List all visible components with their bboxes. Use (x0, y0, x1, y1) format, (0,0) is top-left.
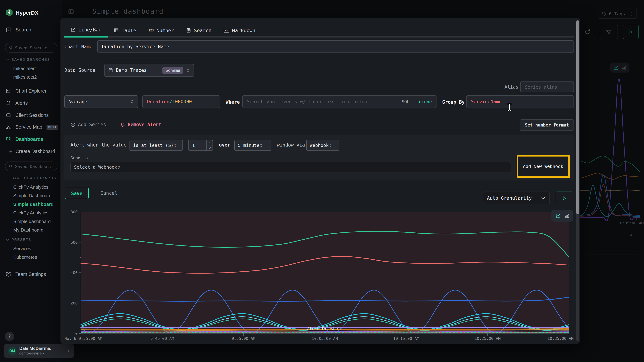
sidebar-item-alerts[interactable]: Alerts (0, 100, 62, 106)
saved-search-item[interactable]: mikes alert (13, 66, 36, 71)
chart-name-label: Chart Name (64, 44, 92, 49)
mode-separator: | (410, 99, 416, 104)
alert-condition-select[interactable]: is at least (≥) (130, 140, 183, 151)
tab-markdown[interactable]: M↓ Markdown (218, 23, 261, 37)
alert-window-select[interactable]: 5 minute (234, 140, 271, 151)
sidebar-item-label: Alerts (16, 100, 28, 106)
number-123-icon: 123 (148, 29, 154, 32)
svg-text:Alert Threshold: Alert Threshold (307, 327, 343, 331)
group-by-input[interactable]: ServiceName (466, 95, 574, 108)
brand[interactable]: HyperDX (6, 8, 38, 16)
logs-icon (6, 27, 11, 32)
divider (64, 60, 574, 60)
sidebar-item-search[interactable]: Search (0, 27, 62, 32)
tab-number[interactable]: 123 Number (142, 23, 180, 37)
duration-by-service-chart[interactable]: Alert Threshold0200400600800Nov 6 9:35:0… (64, 209, 574, 341)
chevron-up-down-icon (117, 165, 121, 169)
section-saved-dashboards[interactable]: SAVED DASHBOARDS (6, 176, 60, 180)
where-label: Where (226, 99, 240, 105)
plus-icon: + (9, 148, 12, 154)
field-value: 1000000 (172, 99, 192, 104)
svg-text:9:55:00 AM: 9:55:00 AM (232, 336, 255, 341)
sidebar-item-dashboards[interactable]: Dashboards (0, 137, 62, 142)
create-dashboard-button[interactable]: + Create Dashboard (0, 148, 62, 154)
alert-condition-value: is at least (≥) (133, 143, 174, 148)
modal-scrollbar-thumb[interactable] (576, 20, 579, 214)
sidebar-item-chart-explorer[interactable]: Chart Explorer (0, 88, 62, 94)
stepper-down-button[interactable] (207, 146, 212, 151)
add-new-webhook-button[interactable]: Add New Webhook (518, 157, 568, 176)
hyperdx-logo-icon (6, 8, 13, 16)
modal-chart-type-toggle[interactable] (551, 210, 573, 221)
section-saved-searches[interactable]: SAVED SEARCHES (6, 57, 60, 61)
play-icon (562, 196, 567, 200)
user-name: Dale McDiarmid (19, 346, 64, 351)
sidebar-item-service-map[interactable]: Service Map BETA (0, 124, 62, 130)
saved-searches-search[interactable] (5, 43, 57, 52)
sidebar-item-label: Service Map (16, 124, 42, 130)
dashboard-item[interactable]: Simple Dashboard (13, 193, 52, 198)
dashboard-item[interactable]: ClickPy Analytics (13, 210, 48, 215)
dashboard-item-active[interactable]: Simple dashboard (13, 201, 54, 207)
saved-dashboards-search[interactable] (5, 162, 57, 171)
tab-search[interactable]: Search (180, 23, 218, 37)
section-presets[interactable]: PRESETS (6, 238, 60, 242)
chevron-up-down-icon (130, 100, 134, 104)
alert-config-panel: Alert when the value is at least (≥) 1 o… (64, 135, 574, 181)
chart-explorer-icon (6, 88, 11, 94)
add-series-button[interactable]: Add Series (70, 122, 106, 127)
line-chart-icon (70, 27, 76, 32)
help-button[interactable]: ? (5, 332, 14, 341)
over-label: over (219, 142, 230, 148)
tab-line-bar[interactable]: Line/Bar (64, 23, 108, 37)
tab-table[interactable]: Table (108, 23, 142, 37)
stepper-up-button[interactable] (207, 140, 212, 146)
schema-badge: Schema (162, 67, 183, 73)
dashboard-item[interactable]: ClickPy Analytics (13, 184, 48, 190)
send-to-label: Send to (70, 156, 88, 161)
alert-channel-select[interactable]: Webhook (306, 140, 339, 151)
beta-badge: BETA (46, 125, 58, 130)
chevron-up-down-icon (174, 144, 177, 147)
sql-mode-toggle[interactable]: SQL (402, 99, 409, 104)
alert-threshold-number-input[interactable]: 1 (188, 140, 213, 151)
cancel-button[interactable]: Cancel (100, 190, 117, 196)
create-dashboard-label: Create Dashboard (16, 149, 55, 154)
window-via-label: window via (277, 142, 305, 148)
saved-dashboards-input[interactable] (15, 164, 51, 169)
set-number-format-button[interactable]: Set number format (520, 119, 574, 131)
run-chart-button[interactable] (556, 191, 573, 204)
preset-item[interactable]: Kubernetes (13, 254, 37, 260)
saved-searches-input[interactable] (15, 45, 51, 50)
chevron-down-icon (6, 238, 9, 241)
aggregation-select[interactable]: Average (64, 95, 138, 108)
line-chart-icon (555, 213, 561, 218)
bell-icon (6, 100, 11, 106)
field-operator: / (170, 99, 172, 104)
remove-alert-button[interactable]: Remove Alert (120, 122, 161, 127)
sidebar-item-team-settings[interactable]: Team Settings (0, 272, 62, 277)
alias-label: Alias (504, 84, 518, 90)
chart-name-input[interactable] (97, 40, 574, 52)
set-number-format-label: Set number format (525, 123, 569, 128)
field-expression-input[interactable]: Duration/1000000 (142, 95, 220, 108)
tab-label: Markdown (232, 27, 255, 33)
lucene-mode-toggle[interactable]: Lucene (416, 99, 432, 104)
data-source-select[interactable]: Demo Traces Schema (104, 64, 194, 77)
dashboard-item[interactable]: Simple dashboard (13, 219, 51, 224)
svg-text:10:05:00 AM: 10:05:00 AM (312, 336, 338, 341)
sidebar-item-client-sessions[interactable]: Client Sessions (0, 113, 62, 118)
save-button[interactable]: Save (65, 187, 89, 199)
preset-item[interactable]: Services (13, 246, 31, 251)
user-card[interactable]: DM Dale McDiarmid demo-service - › (4, 344, 74, 358)
sidebar-item-label: Search (16, 27, 31, 32)
chevron-right-icon: › (67, 348, 70, 354)
series-alias-input[interactable] (520, 81, 574, 92)
saved-search-item[interactable]: mikes tets2 (13, 74, 37, 80)
where-search-input[interactable]: Search your events w/ Lucene ex. column:… (242, 95, 436, 108)
granularity-select[interactable]: Auto Granularity (483, 191, 550, 204)
webhook-select[interactable]: Select a Webhook (70, 162, 511, 172)
dashboard-item[interactable]: My Dashboard (13, 227, 44, 233)
modal-scrollbar-track[interactable] (576, 20, 579, 341)
svg-text:10:35:00 AM: 10:35:00 AM (548, 336, 574, 341)
